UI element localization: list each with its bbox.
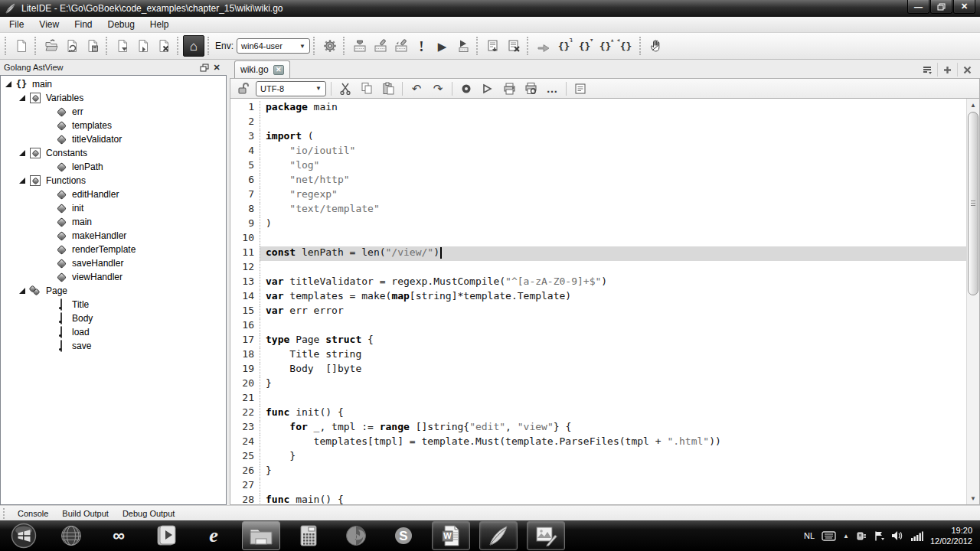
code-line-7[interactable]: 7 "regexp" — [230, 188, 966, 203]
close-editor-button[interactable] — [957, 63, 977, 77]
step-into-button[interactable]: {}▾ — [574, 36, 595, 57]
tree-item-load[interactable]: load — [1, 325, 226, 339]
tree-item-makeHandler[interactable]: makeHandler — [1, 229, 226, 243]
power-plug-icon[interactable] — [856, 530, 867, 542]
code-line-19[interactable]: 19 Body []byte — [230, 363, 966, 377]
output-tab-build-output[interactable]: Build Output — [55, 507, 116, 520]
action-center-flag-icon[interactable] — [874, 530, 884, 542]
code-line-5[interactable]: 5 "log" — [230, 159, 966, 174]
tab-list-button[interactable] — [917, 63, 937, 77]
close-panel-button[interactable]: ✕ — [211, 62, 223, 73]
expand-arrow-icon[interactable] — [19, 95, 25, 101]
show-hidden-icons-button[interactable]: ▲ — [843, 533, 849, 540]
file-info-button[interactable] — [571, 80, 590, 97]
export-file-button[interactable] — [132, 36, 153, 57]
code-line-9[interactable]: 9) — [230, 217, 966, 232]
home-button[interactable]: ⌂ — [183, 35, 204, 57]
rebuild-button[interactable] — [390, 36, 411, 57]
skype-taskbar-button[interactable]: S — [384, 521, 423, 550]
tree-item-titleValidator[interactable]: titleValidator — [1, 132, 226, 146]
new-file-button[interactable] — [11, 36, 31, 57]
expand-arrow-icon[interactable] — [5, 81, 11, 87]
tree-item-main[interactable]: {}main — [1, 77, 226, 91]
code-line-14[interactable]: 14var templates = make(map[string]*templ… — [230, 290, 966, 305]
copy-button[interactable] — [358, 80, 376, 97]
infinity-app-taskbar-button[interactable]: ∞ — [100, 521, 138, 550]
tab-wiki-go[interactable]: wiki.go ✕ — [234, 60, 290, 78]
build-clean-button[interactable] — [370, 36, 390, 57]
code-line-25[interactable]: 25 } — [230, 450, 966, 465]
code-line-22[interactable]: 22func init() { — [230, 406, 966, 421]
tree-item-Functions[interactable]: Functions — [1, 174, 226, 187]
internet-explorer-taskbar-button[interactable]: e — [194, 521, 233, 550]
code-line-28[interactable]: 28func main() { — [230, 494, 966, 504]
language-indicator[interactable]: NL — [804, 531, 815, 540]
step-over-button[interactable]: {}↴ — [554, 36, 574, 57]
tree-item-Constants[interactable]: Constants — [1, 146, 226, 160]
firefox-taskbar-button[interactable] — [337, 521, 375, 550]
tree-item-Variables[interactable]: Variables — [1, 91, 226, 105]
code-editor[interactable]: 1package main23import (4 "io/ioutil"5 "l… — [230, 99, 980, 505]
start-orb[interactable] — [5, 521, 43, 550]
tree-item-init[interactable]: init — [1, 201, 226, 215]
close-button[interactable]: ✕ — [953, 0, 975, 14]
code-line-16[interactable]: 16 — [230, 319, 966, 334]
code-line-2[interactable]: 2 — [230, 116, 966, 130]
run-button[interactable]: ▶ — [432, 36, 452, 57]
stop-action-button[interactable]: ! — [411, 36, 432, 57]
code-lines[interactable]: 1package main23import (4 "io/ioutil"5 "l… — [230, 99, 966, 504]
tree-item-save[interactable]: save — [1, 339, 226, 353]
keyboard-icon[interactable] — [822, 531, 836, 541]
reload-file-button[interactable] — [61, 36, 82, 57]
menu-help[interactable]: Help — [142, 17, 177, 32]
code-line-12[interactable]: 12 — [230, 261, 966, 276]
vertical-scrollbar[interactable]: ▲ ▼ — [966, 99, 979, 504]
network-globe-taskbar-button[interactable] — [52, 521, 90, 550]
tab-close-button[interactable]: ✕ — [273, 65, 284, 75]
redo-button[interactable]: ↷ — [429, 80, 447, 97]
code-line-17[interactable]: 17type Page struct { — [230, 334, 966, 348]
media-player-taskbar-button[interactable] — [147, 521, 185, 550]
tree-item-templates[interactable]: templates — [1, 119, 226, 132]
tree-item-renderTemplate[interactable]: renderTemplate — [1, 243, 226, 256]
scroll-up-button[interactable]: ▲ — [967, 99, 979, 111]
tree-item-editHandler[interactable]: editHandler — [1, 187, 226, 201]
float-panel-button[interactable] — [198, 62, 211, 73]
explorer-taskbar-button[interactable] — [242, 521, 280, 550]
code-line-27[interactable]: 27 — [230, 479, 966, 494]
volume-icon[interactable] — [891, 530, 903, 541]
code-line-11[interactable]: 11const lenPath = len("/view/") — [230, 246, 966, 261]
remove-doc-button[interactable] — [503, 36, 524, 57]
code-line-4[interactable]: 4 "io/ioutil" — [230, 145, 966, 159]
save-all-button[interactable] — [112, 36, 132, 57]
insert-doc-button[interactable] — [482, 36, 503, 57]
more-options-button[interactable]: … — [543, 80, 561, 97]
output-tab-console[interactable]: Console — [11, 507, 55, 520]
code-line-15[interactable]: 15var err error — [230, 305, 966, 319]
tree-item-lenPath[interactable]: lenPath — [1, 160, 226, 174]
paste-button[interactable] — [379, 80, 397, 97]
tree-item-Title[interactable]: Title — [1, 298, 226, 311]
calculator-taskbar-button[interactable] — [289, 521, 328, 550]
photo-viewer-taskbar-button[interactable] — [527, 521, 565, 550]
output-tab-debug-output[interactable]: Debug Output — [116, 507, 182, 520]
code-line-23[interactable]: 23 for _, tmpl := range []string{"edit",… — [230, 421, 966, 435]
code-line-24[interactable]: 24 templates[tmpl] = template.Must(templ… — [230, 435, 966, 450]
code-line-21[interactable]: 21 — [230, 392, 966, 406]
tree-item-err[interactable]: err — [1, 105, 226, 119]
code-line-1[interactable]: 1package main — [230, 101, 966, 116]
close-file-button[interactable] — [153, 36, 174, 57]
tree-item-main[interactable]: main — [1, 215, 226, 229]
minimize-button[interactable]: — — [907, 0, 929, 14]
step-out-button[interactable]: {}▴ — [595, 36, 616, 57]
open-folder-button[interactable] — [41, 36, 61, 57]
network-signal-icon[interactable] — [910, 531, 923, 541]
liteide-taskbar-button[interactable] — [479, 521, 518, 550]
clock[interactable]: 19:20 12/02/2012 — [930, 525, 972, 546]
print-button[interactable] — [500, 80, 518, 97]
build-button[interactable] — [349, 36, 370, 57]
code-line-13[interactable]: 13var titleValidator = regexp.MustCompil… — [230, 276, 966, 290]
menu-view[interactable]: View — [31, 17, 67, 32]
code-line-6[interactable]: 6 "net/http" — [230, 174, 966, 188]
print-preview-button[interactable] — [521, 80, 540, 97]
